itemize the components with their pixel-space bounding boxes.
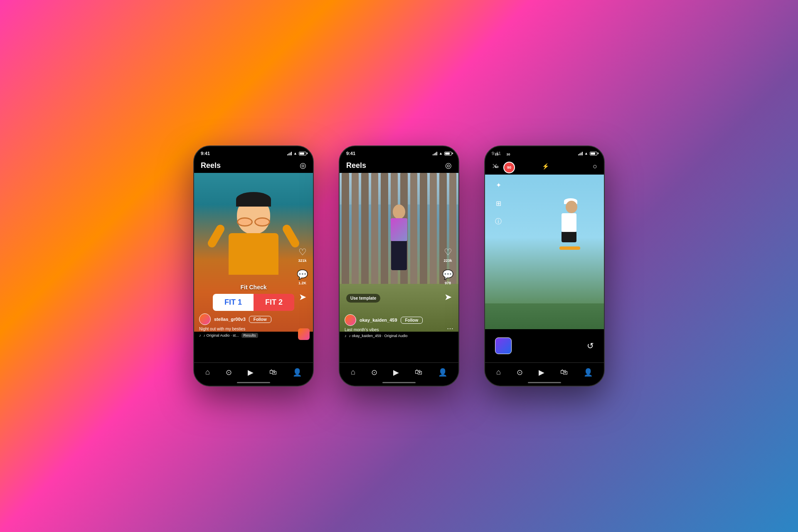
signal-bars-3 xyxy=(578,151,583,155)
info-tool[interactable]: ⓘ xyxy=(492,215,505,228)
battery-fill-2 xyxy=(445,153,450,155)
wifi-icon-1: ▲ xyxy=(293,151,297,155)
share-action-1[interactable]: ➤ xyxy=(299,292,306,303)
fit2-button[interactable]: FIT 2 xyxy=(254,294,294,311)
phone-2-background xyxy=(340,173,458,332)
audio-icon-1: ♪ xyxy=(199,333,201,337)
timer-60[interactable]: 60 xyxy=(492,162,502,172)
signal-bar-3 xyxy=(290,153,291,155)
comment-action-1[interactable]: 💬 1.2K xyxy=(297,269,308,285)
timer-30[interactable]: 30 xyxy=(503,149,513,159)
battery-2 xyxy=(444,152,452,155)
nav-shop-1[interactable]: 🛍 xyxy=(269,368,277,377)
grid-tool[interactable]: ⊞ xyxy=(492,197,505,210)
nav-search-2[interactable]: ⊙ xyxy=(371,368,377,377)
likes-count-2: 223k xyxy=(443,259,452,263)
username-1[interactable]: stellas_gr00v3 xyxy=(214,317,246,322)
person1-hair xyxy=(236,192,271,207)
share-icon-1: ➤ xyxy=(299,292,306,303)
battery-fill-3 xyxy=(591,153,595,155)
nav-shop-3[interactable]: 🛍 xyxy=(560,368,568,377)
nav-reels-1[interactable]: ▶ xyxy=(248,368,254,377)
comment-icon-2: 💬 xyxy=(442,269,453,280)
results-label-1[interactable]: Results xyxy=(241,333,258,338)
nav-profile-1[interactable]: 👤 xyxy=(293,368,302,377)
signal-bar-2 xyxy=(288,153,289,155)
nav-header-1: Reels ◎ xyxy=(194,158,313,173)
signal-bar-1 xyxy=(287,154,288,155)
signal-bar-4 xyxy=(291,152,292,155)
timer-group: 15 30 60 90 xyxy=(492,149,515,173)
comment-action-2[interactable]: 💬 978 xyxy=(442,269,453,285)
follow-button-1[interactable]: Follow xyxy=(249,316,271,323)
comment-icon-1: 💬 xyxy=(297,269,308,280)
user-row-1: stellas_gr00v3 Follow xyxy=(199,313,292,325)
use-template-button[interactable]: Use template xyxy=(346,294,380,303)
nav-shop-2[interactable]: 🛍 xyxy=(415,368,422,377)
fit-buttons: FIT 1 FIT 2 xyxy=(213,294,294,311)
timer-15[interactable]: 15 xyxy=(492,149,502,159)
likes-count-1: 321k xyxy=(298,259,306,263)
nav-search-1[interactable]: ⊙ xyxy=(226,368,232,377)
nav-profile-3[interactable]: 👤 xyxy=(584,368,593,377)
glass-lens-left xyxy=(237,217,253,227)
options-button-3[interactable]: ○ xyxy=(593,162,597,171)
status-time-1: 9:41 xyxy=(201,151,210,156)
status-icons-1: ▲ xyxy=(287,151,306,155)
audio-row-1: ♪ ♪ Original Audio · st... Results xyxy=(199,333,292,338)
timer-90[interactable]: 90 xyxy=(503,162,515,173)
home-indicator-3 xyxy=(528,382,561,383)
phone-1: 9:41 ▲ Reels ◎ Fit Check xyxy=(193,145,314,387)
nav-reels-3[interactable]: ▶ xyxy=(539,368,544,377)
dancer-head-2 xyxy=(393,204,405,219)
nav-home-1[interactable]: ⌂ xyxy=(205,368,210,377)
camera-icon-2[interactable]: ◎ xyxy=(445,161,452,170)
share-action-2[interactable]: ➤ xyxy=(444,292,452,303)
like-action-1[interactable]: ♡ 321k xyxy=(298,247,306,263)
user-info-bar-2: okay_kaiden_459 Follow Last month's vibe… xyxy=(345,314,438,338)
nav-reels-2[interactable]: ▶ xyxy=(393,368,399,377)
gallery-thumbnail[interactable] xyxy=(495,337,512,354)
battery-fill-1 xyxy=(300,153,304,155)
status-time-2: 9:41 xyxy=(346,151,355,156)
mute-button-3[interactable]: ⚡ xyxy=(542,163,549,170)
person1-arm-right xyxy=(281,223,300,249)
user-info-bar-1: stellas_gr00v3 Follow Night out with my … xyxy=(199,313,292,338)
signal-bars-2 xyxy=(433,151,437,155)
username-2[interactable]: okay_kaiden_459 xyxy=(360,318,397,323)
more-dots-2[interactable]: ⋯ xyxy=(447,325,453,332)
follow-button-2[interactable]: Follow xyxy=(401,317,423,324)
audio-text-1: ♪ Original Audio · st... xyxy=(204,333,239,337)
nav-home-2[interactable]: ⌂ xyxy=(351,368,355,377)
side-actions-1: ♡ 321k 💬 1.2K ➤ xyxy=(297,247,308,303)
audio-row-2: ♪ ♪ okay_kaiden_459 · Original Audio xyxy=(345,334,438,338)
sparkle-tool[interactable]: ✦ xyxy=(492,178,505,192)
heart-icon-2: ♡ xyxy=(444,247,452,258)
avatar-1 xyxy=(199,313,211,325)
fit-check-label: Fit Check xyxy=(240,284,266,291)
phone-2-screen: 9:41 ▲ Reels ◎ Use template xyxy=(340,146,458,386)
caption-2: Last month's vibes xyxy=(345,328,438,332)
camera-icon-1[interactable]: ◎ xyxy=(300,161,306,170)
flip-camera-button[interactable]: ↺ xyxy=(587,341,594,351)
heart-icon-1: ♡ xyxy=(298,247,307,258)
wifi-icon-3: ▲ xyxy=(584,151,588,155)
nav-header-2: Reels ◎ xyxy=(340,158,458,173)
skater-board-3 xyxy=(559,246,580,250)
nav-search-3[interactable]: ⊙ xyxy=(517,368,523,377)
skater-figure-3 xyxy=(562,198,580,250)
fit-check-container: Fit Check FIT 1 FIT 2 xyxy=(194,284,313,311)
results-badge-1[interactable] xyxy=(298,328,310,340)
phone-2: 9:41 ▲ Reels ◎ Use template xyxy=(339,145,459,387)
timer-row-2: 60 90 xyxy=(492,162,515,173)
like-action-2[interactable]: ♡ 223k xyxy=(443,247,452,263)
wifi-icon-2: ▲ xyxy=(439,151,443,155)
nav-profile-2[interactable]: 👤 xyxy=(438,368,447,377)
dancer-pants-2 xyxy=(391,241,407,270)
nav-title-1: Reels xyxy=(201,161,221,170)
fit1-button[interactable]: FIT 1 xyxy=(213,294,254,311)
nav-home-3[interactable]: ⌂ xyxy=(496,368,501,377)
info-icon-3: ⓘ xyxy=(495,217,502,226)
battery-3 xyxy=(590,152,597,155)
ground-3 xyxy=(485,303,604,332)
